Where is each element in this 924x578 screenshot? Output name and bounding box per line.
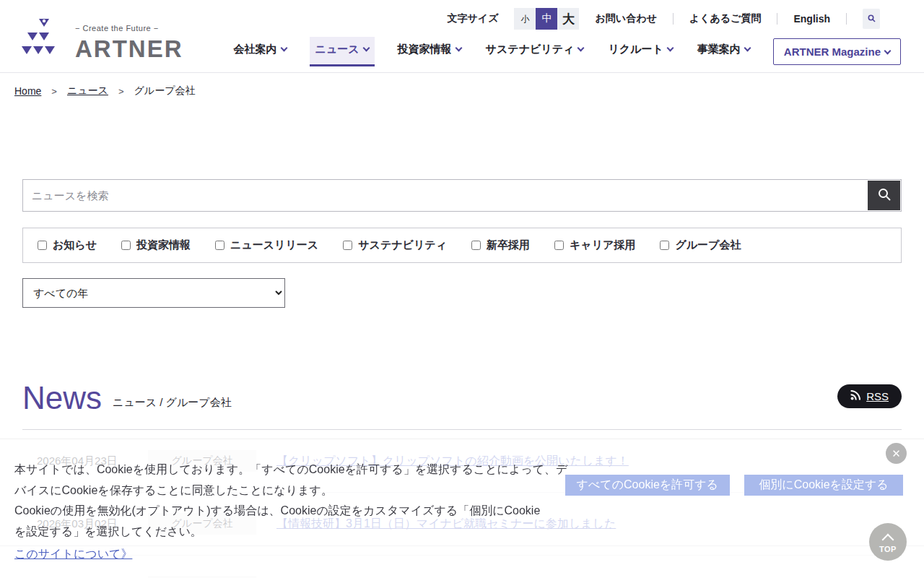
font-size-small-button[interactable]: 小 bbox=[514, 8, 536, 30]
font-size-medium-button[interactable]: 中 bbox=[536, 8, 557, 30]
magazine-label: ARTNER Magazine bbox=[784, 46, 881, 58]
nav-item-label: サステナビリティ bbox=[486, 43, 575, 55]
about-this-site-link[interactable]: このサイトについて》 bbox=[14, 547, 132, 562]
category-filter-box: お知らせ 投資家情報 ニュースリリース サステナビリティ 新卒採用 キャリア採用… bbox=[22, 228, 902, 263]
faq-link[interactable]: よくあるご質問 bbox=[689, 12, 762, 25]
checkbox[interactable] bbox=[343, 241, 352, 250]
nav-item-business[interactable]: 事業案内 bbox=[696, 37, 751, 66]
artner-magazine-button[interactable]: ARTNER Magazine bbox=[773, 38, 901, 65]
chevron-down-icon bbox=[744, 45, 751, 52]
filter-sustainability[interactable]: サステナビリティ bbox=[343, 238, 447, 252]
cookie-text-line: Cookieの使用を無効化(オプトアウト)する場合は、Cookieの設定をカスタ… bbox=[14, 501, 567, 522]
artner-logo-icon bbox=[22, 17, 66, 61]
customize-cookies-button[interactable]: 個別にCookieを設定する bbox=[744, 475, 903, 496]
site-header: − Create the Future − ARTNER 文字サイズ 小 中 大… bbox=[0, 0, 924, 73]
filter-news-release[interactable]: ニュースリリース bbox=[215, 238, 318, 252]
filter-label: キャリア採用 bbox=[570, 238, 635, 252]
back-to-top-button[interactable]: TOP bbox=[869, 523, 907, 561]
page-title: News bbox=[22, 382, 102, 414]
nav-item-ir[interactable]: 投資家情報 bbox=[396, 37, 463, 66]
breadcrumb-separator: > bbox=[51, 86, 57, 97]
filter-label: 新卒採用 bbox=[487, 238, 530, 252]
cookie-text-line: バイスにCookieを保存することに同意したことになります。 bbox=[14, 480, 567, 501]
header-search-button[interactable] bbox=[863, 9, 880, 29]
filter-label: ニュースリリース bbox=[230, 238, 318, 252]
logo-tagline: − Create the Future − bbox=[75, 24, 183, 33]
site-logo[interactable]: − Create the Future − ARTNER bbox=[22, 17, 183, 61]
checkbox[interactable] bbox=[121, 241, 131, 250]
filter-career[interactable]: キャリア採用 bbox=[554, 238, 635, 252]
search-icon bbox=[868, 13, 876, 25]
checkbox[interactable] bbox=[38, 241, 47, 250]
checkbox[interactable] bbox=[215, 241, 225, 250]
filter-label: お知らせ bbox=[53, 238, 97, 252]
rss-icon bbox=[850, 389, 861, 403]
allow-all-cookies-button[interactable]: すべてのCookieを許可する bbox=[565, 475, 730, 496]
nav-item-news[interactable]: ニュース bbox=[310, 37, 375, 66]
nav-item-sustainability[interactable]: サステナビリティ bbox=[484, 37, 585, 66]
news-search-input[interactable] bbox=[22, 179, 902, 212]
filter-label: サステナビリティ bbox=[358, 238, 447, 252]
chevron-down-icon bbox=[362, 45, 370, 52]
english-link[interactable]: English bbox=[793, 13, 830, 25]
rss-button[interactable]: RSS bbox=[837, 384, 902, 408]
checkbox[interactable] bbox=[554, 241, 564, 250]
breadcrumb-news-link[interactable]: ニュース bbox=[67, 85, 108, 98]
divider bbox=[777, 13, 777, 25]
nav-item-label: 事業案内 bbox=[697, 43, 741, 55]
nav-item-label: 会社案内 bbox=[234, 43, 277, 55]
nav-item-recruit[interactable]: リクルート bbox=[606, 37, 674, 66]
filter-ir[interactable]: 投資家情報 bbox=[121, 238, 191, 252]
filter-label: グループ会社 bbox=[675, 238, 741, 252]
font-size-large-button[interactable]: 大 bbox=[557, 8, 579, 30]
chevron-down-icon bbox=[884, 48, 892, 55]
utility-bar: 文字サイズ 小 中 大 お問い合わせ よくあるご質問 English bbox=[448, 8, 881, 30]
divider bbox=[846, 13, 847, 25]
cookie-consent-banner: 本サイトでは、Cookieを使用しております。「すべてのCookieを許可する」… bbox=[0, 439, 924, 578]
cookie-text-line: 本サイトでは、Cookieを使用しております。「すべてのCookieを許可する」… bbox=[14, 460, 567, 480]
nav-item-label: 投資家情報 bbox=[398, 43, 452, 55]
font-size-switcher: 小 中 大 bbox=[514, 8, 579, 30]
divider bbox=[673, 13, 674, 25]
breadcrumb: Home > ニュース > グループ会社 bbox=[0, 73, 924, 109]
cookie-text-line: を設定する」を選択してください。 bbox=[14, 522, 567, 543]
search-icon bbox=[877, 187, 892, 204]
breadcrumb-separator: > bbox=[118, 86, 124, 97]
nav-item-label: ニュース bbox=[315, 43, 359, 55]
filter-label: 投資家情報 bbox=[136, 238, 191, 252]
rss-label: RSS bbox=[866, 390, 889, 402]
cookie-banner-actions: すべてのCookieを許可する 個別にCookieを設定する bbox=[565, 475, 903, 496]
main-nav: 会社案内 ニュース 投資家情報 サステナビリティ リクルート 事業案内 ARTN… bbox=[232, 37, 901, 66]
chevron-down-icon bbox=[578, 45, 585, 52]
filter-shinsotsu[interactable]: 新卒採用 bbox=[471, 238, 530, 252]
filter-oshirase[interactable]: お知らせ bbox=[38, 238, 97, 252]
chevron-up-icon bbox=[882, 533, 894, 545]
news-heading: News ニュース / グループ会社 RSS bbox=[22, 378, 902, 414]
filter-group[interactable]: グループ会社 bbox=[660, 238, 741, 252]
checkbox[interactable] bbox=[471, 241, 481, 250]
news-search-bar bbox=[22, 179, 902, 212]
year-select[interactable]: すべての年 bbox=[22, 278, 285, 308]
cookie-banner-text: 本サイトでは、Cookieを使用しております。「すべてのCookieを許可する」… bbox=[14, 460, 567, 542]
checkbox[interactable] bbox=[660, 241, 669, 250]
logo-name: ARTNER bbox=[75, 37, 183, 61]
nav-item-label: リクルート bbox=[608, 43, 663, 55]
breadcrumb-home-link[interactable]: Home bbox=[14, 85, 41, 97]
page: − Create the Future − ARTNER 文字サイズ 小 中 大… bbox=[0, 0, 924, 578]
nav-item-company[interactable]: 会社案内 bbox=[232, 37, 288, 66]
breadcrumb-current: グループ会社 bbox=[134, 85, 196, 98]
close-icon[interactable]: ✕ bbox=[886, 443, 907, 464]
news-search-button[interactable] bbox=[868, 181, 900, 210]
font-size-label: 文字サイズ bbox=[448, 12, 499, 25]
page-subtitle: ニュース / グループ会社 bbox=[113, 396, 232, 410]
chevron-down-icon bbox=[455, 45, 462, 52]
contact-link[interactable]: お問い合わせ bbox=[595, 12, 656, 25]
chevron-down-icon bbox=[666, 45, 674, 52]
chevron-down-icon bbox=[280, 45, 287, 52]
